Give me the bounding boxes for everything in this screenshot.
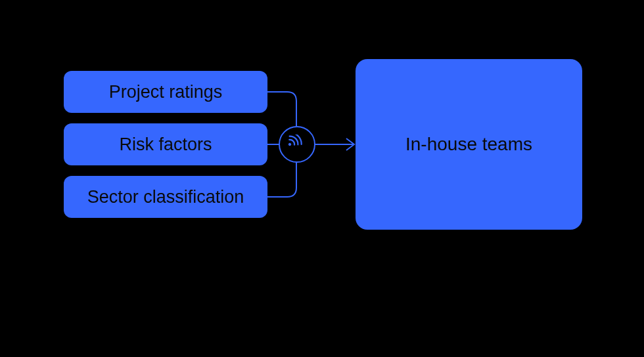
signal-icon bbox=[287, 135, 307, 154]
svg-point-0 bbox=[288, 142, 292, 146]
input-label: Sector classification bbox=[87, 187, 244, 207]
diagram-canvas: Project ratings Risk factors Sector clas… bbox=[0, 0, 644, 357]
output-card-in-house-teams: In-house teams bbox=[356, 59, 582, 230]
connector-arrow bbox=[315, 135, 357, 154]
input-card-risk-factors: Risk factors bbox=[64, 123, 267, 165]
input-label: Risk factors bbox=[119, 135, 212, 155]
input-card-sector-classification: Sector classification bbox=[64, 176, 267, 218]
input-label: Project ratings bbox=[109, 82, 223, 102]
input-card-project-ratings: Project ratings bbox=[64, 71, 267, 113]
output-label: In-house teams bbox=[405, 134, 532, 155]
signal-node bbox=[279, 126, 315, 163]
